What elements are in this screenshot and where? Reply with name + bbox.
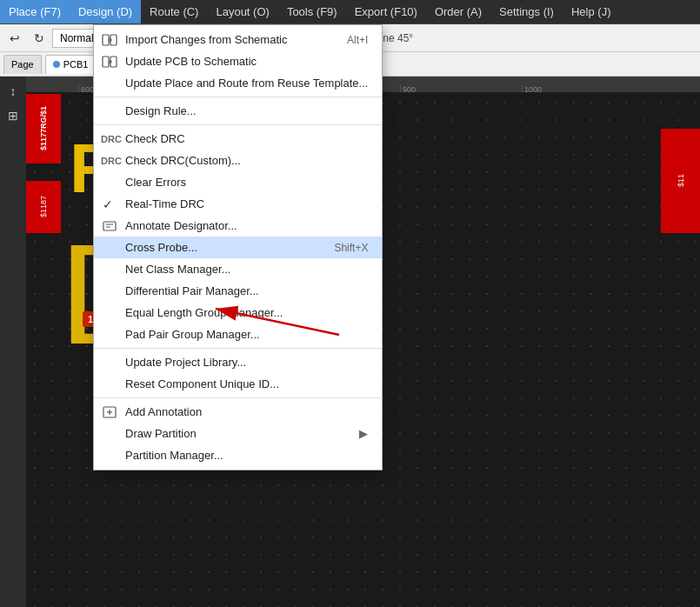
menu-clear-errors[interactable]: Clear Errors [94, 171, 382, 193]
pcb-red-left: $1177RG/$1 [26, 94, 61, 163]
menu-cross-probe-shortcut: Shift+X [317, 242, 368, 254]
update-pcb-icon [101, 55, 118, 69]
menu-clear-errors-label: Clear Errors [125, 176, 186, 189]
menu-check-drc[interactable]: DRC Check DRC [94, 128, 382, 150]
menu-design[interactable]: Design (D) [70, 0, 141, 23]
svg-rect-3 [103, 57, 109, 67]
menubar: Place (F7) Design (D) Route (C) Layout (… [0, 0, 700, 24]
menu-pad-pair-label: Pad Pair Group Manager... [125, 328, 260, 341]
menu-export[interactable]: Export (F10) [346, 0, 426, 23]
submenu-arrow-icon: ▶ [359, 427, 368, 440]
menu-annotate-label: Annotate Designator... [125, 219, 237, 232]
menu-check-drc-custom-label: Check DRC(Custom)... [125, 154, 241, 167]
pcb-label2: $1187 [39, 196, 48, 217]
toolbar-btn-2[interactable]: ↻ [28, 27, 50, 50]
annotate-icon [101, 219, 118, 233]
pcb-right-label: $11 [677, 174, 685, 187]
menu-reset-unique-id[interactable]: Reset Component Unique ID... [94, 373, 382, 395]
import-icon [101, 33, 118, 47]
ruler-900: 900 [400, 85, 416, 92]
menu-layout[interactable]: Layout (O) [207, 0, 277, 23]
menu-update-library-label: Update Project Library... [125, 356, 246, 369]
menu-equal-length-label: Equal Length Group Manager... [125, 306, 283, 319]
menu-update-place-route-label: Update Place and Route from Reuse Templa… [125, 77, 368, 90]
menu-net-class[interactable]: Net Class Manager... [94, 258, 382, 280]
menu-net-class-label: Net Class Manager... [125, 263, 230, 276]
menu-check-drc-label: Check DRC [125, 132, 185, 145]
ruler-600: 600 [78, 85, 94, 92]
design-menu: Import Changes from Schematic Alt+I Upda… [93, 24, 383, 470]
menu-route[interactable]: Route (C) [141, 0, 207, 23]
tab-page-label: Page [11, 59, 34, 70]
left-tool-2[interactable]: ⊞ [2, 104, 24, 127]
menu-place[interactable]: Place (F7) [0, 0, 70, 23]
pcb-red-left2: $1187 [26, 181, 61, 233]
menu-order[interactable]: Order (A) [426, 0, 490, 23]
svg-rect-6 [103, 222, 116, 230]
menu-update-place-route[interactable]: Update Place and Route from Reuse Templa… [94, 72, 382, 94]
menu-cross-probe-label: Cross Probe... [125, 241, 197, 254]
menu-help[interactable]: Help (J) [563, 0, 620, 23]
menu-annotate-designator[interactable]: Annotate Designator... [94, 215, 382, 237]
ruler-1000: 1000 [522, 85, 542, 92]
realtime-drc-check: ✓ [103, 197, 113, 211]
sep1 [94, 97, 382, 97]
svg-rect-0 [103, 35, 109, 45]
tab-dot [53, 61, 60, 68]
menu-add-annotation-label: Add Annotation [125, 405, 202, 418]
menu-tools[interactable]: Tools (F9) [278, 0, 346, 23]
menu-draw-partition[interactable]: Draw Partition ▶ [94, 423, 382, 444]
menu-diff-pair[interactable]: Differential Pair Manager... [94, 280, 382, 302]
menu-realtime-drc-label: Real-Time DRC [125, 197, 204, 210]
annotation-icon [101, 405, 118, 419]
left-tool-1[interactable]: ↕ [2, 80, 24, 103]
menu-pad-pair[interactable]: Pad Pair Group Manager... [94, 324, 382, 345]
menu-partition-manager[interactable]: Partition Manager... [94, 444, 382, 466]
menu-add-annotation[interactable]: Add Annotation [94, 401, 382, 423]
drc-prefix-1: DRC [101, 134, 122, 144]
drc-prefix-2: DRC [101, 156, 122, 166]
menu-update-library[interactable]: Update Project Library... [94, 351, 382, 373]
menu-settings[interactable]: Settings (I) [490, 0, 563, 23]
menu-design-rule-label: Design Rule... [125, 104, 197, 117]
left-panel: ↕ ⊞ [0, 77, 26, 607]
toolbar-btn-1[interactable]: ↩ [3, 27, 26, 50]
menu-cross-probe[interactable]: Cross Probe... Shift+X [94, 237, 382, 258]
menu-draw-partition-label: Draw Partition [125, 427, 197, 440]
menu-import-changes[interactable]: Import Changes from Schematic Alt+I [94, 29, 382, 50]
pcb-red-right: $11 [661, 129, 700, 233]
sep3 [94, 348, 382, 349]
menu-partition-manager-label: Partition Manager... [125, 449, 223, 462]
menu-realtime-drc[interactable]: ✓ Real-Time DRC [94, 193, 382, 215]
tab-pcb1-label: PCB1 [63, 59, 89, 70]
pcb-label-r1: $1177RG/$1 [39, 106, 48, 150]
menu-equal-length[interactable]: Equal Length Group Manager... [94, 302, 382, 324]
menu-import-shortcut: Alt+I [330, 34, 368, 46]
sep4 [94, 397, 382, 398]
menu-update-pcb[interactable]: Update PCB to Schematic [94, 50, 382, 72]
menu-diff-pair-label: Differential Pair Manager... [125, 284, 259, 297]
menu-design-rule[interactable]: Design Rule... [94, 100, 382, 122]
menu-update-pcb-label: Update PCB to Schematic [125, 55, 257, 68]
menu-reset-unique-id-label: Reset Component Unique ID... [125, 377, 279, 390]
sep2 [94, 124, 382, 125]
tab-pcb1[interactable]: PCB1 [45, 55, 97, 74]
tab-page[interactable]: Page [3, 55, 42, 74]
menu-check-drc-custom[interactable]: DRC Check DRC(Custom)... [94, 150, 382, 171]
menu-import-label: Import Changes from Schematic [125, 33, 287, 46]
